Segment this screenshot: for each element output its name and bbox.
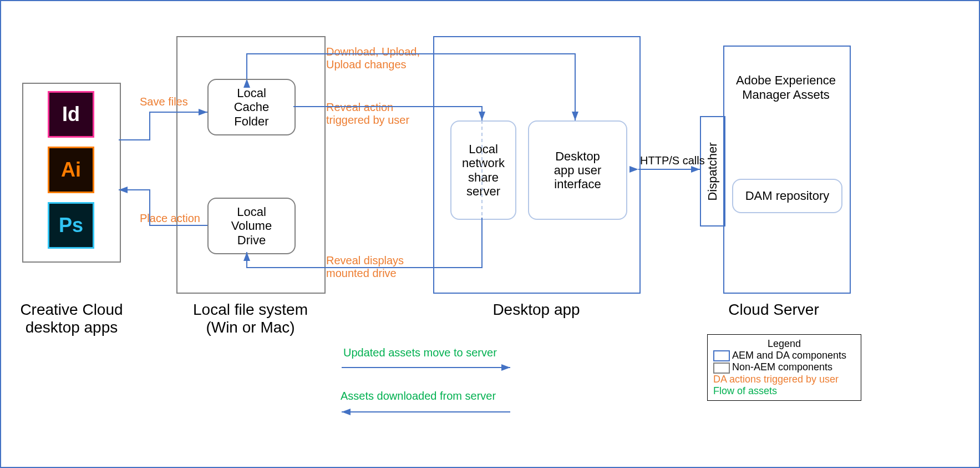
photoshop-label: Ps [59, 214, 83, 237]
save-text: Save files [140, 95, 188, 108]
share-label: Local network share server [462, 142, 505, 198]
ui-label: Desktop app user interface [554, 149, 602, 192]
app-ui-node: Desktop app user interface [528, 120, 627, 220]
place-text: Place action [140, 212, 200, 224]
legend-aem-text: AEM and DA components [732, 350, 846, 361]
volume-drive-node: Local Volume Drive [207, 198, 296, 254]
share-server-node: Local network share server [450, 120, 516, 220]
dispatcher-node: Dispatcher [700, 116, 725, 227]
aem-title: Adobe Experience Manager Assets [723, 73, 849, 102]
download-upload-label: Download, Upload, Upload changes [326, 46, 420, 71]
place-action-label: Place action [140, 212, 200, 225]
fs-title-text: Local file system (Win or Mac) [193, 301, 308, 336]
legend-flow-text: Flow of assets [713, 385, 777, 396]
legend-flow-row: Flow of assets [713, 385, 855, 397]
diagram-canvas: Id Ai Ps Creative Cloud desktop apps Loc… [0, 0, 980, 468]
downloaded-assets-label: Assets downloaded from server [341, 390, 496, 402]
dam-label: DAM repository [745, 189, 830, 203]
dl-text: Download, Upload, Upload changes [326, 46, 420, 71]
illustrator-label: Ai [61, 158, 81, 182]
cc-title-text: Creative Cloud desktop apps [20, 301, 123, 336]
legend-title: Legend [713, 338, 855, 350]
cache-folder-node: Local Cache Folder [207, 79, 296, 135]
reveal-user-text: Reveal action triggered by user [326, 101, 409, 126]
photoshop-icon: Ps [48, 202, 94, 249]
http-calls-label: HTTP/S calls [640, 154, 705, 167]
indesign-label: Id [62, 103, 80, 126]
legend-nonaem-row: Non-AEM components [713, 361, 855, 373]
cc-title: Creative Cloud desktop apps [13, 301, 130, 336]
blue-swatch-icon [713, 350, 730, 361]
dam-repo-node: DAM repository [732, 179, 842, 213]
dispatcher-label: Dispatcher [705, 142, 720, 200]
legend-da-text: DA actions triggered by user [713, 374, 839, 385]
updated-assets-label: Updated assets move to server [343, 346, 497, 359]
reveal-user-label: Reveal action triggered by user [326, 101, 409, 127]
legend-da-row: DA actions triggered by user [713, 374, 855, 385]
da-title: Desktop app [464, 301, 608, 319]
da-title-text: Desktop app [492, 301, 580, 318]
fs-title: Local file system (Win or Mac) [169, 301, 332, 336]
reveal-mount-text: Reveal displays mounted drive [326, 254, 404, 279]
legend-title-text: Legend [768, 338, 801, 349]
cs-title: Cloud Server [693, 301, 854, 319]
http-text: HTTP/S calls [640, 154, 705, 167]
save-files-label: Save files [140, 95, 188, 108]
legend-aem-row: AEM and DA components [713, 350, 855, 361]
volume-label: Local Volume Drive [231, 205, 272, 247]
aem-title-text: Adobe Experience Manager Assets [736, 73, 836, 102]
updated-text: Updated assets move to server [343, 346, 497, 359]
cache-label: Local Cache Folder [234, 86, 270, 128]
fs-group [176, 36, 326, 294]
illustrator-icon: Ai [48, 147, 94, 193]
legend-box: Legend AEM and DA components Non-AEM com… [707, 334, 861, 401]
gray-swatch-icon [713, 363, 730, 374]
reveal-mount-label: Reveal displays mounted drive [326, 254, 404, 280]
indesign-icon: Id [48, 91, 94, 138]
downloaded-text: Assets downloaded from server [341, 390, 496, 402]
cs-title-text: Cloud Server [728, 301, 819, 318]
legend-nonaem-text: Non-AEM components [732, 361, 832, 373]
